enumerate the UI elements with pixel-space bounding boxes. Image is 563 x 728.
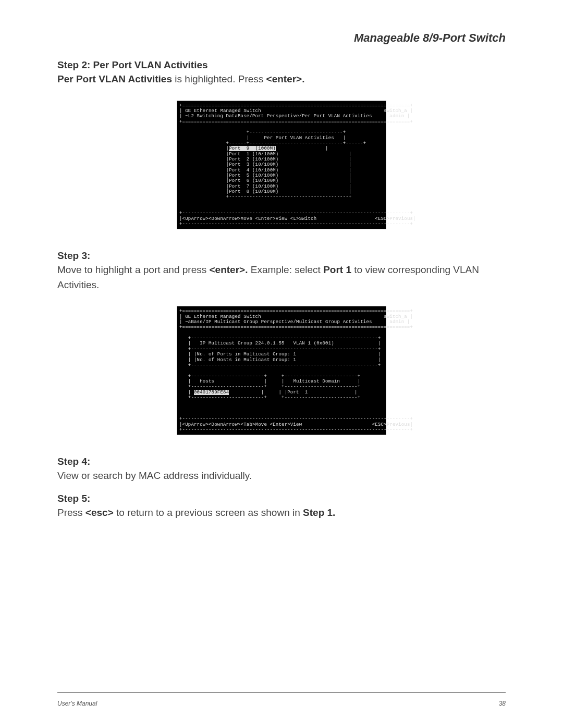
step5-t2: to return to a previous screen as shown … [114,507,303,518]
t2-cols-row-mid: | | |Port 1 | [229,390,357,395]
step3-t1: Move to highlight a port and press [57,264,210,275]
step3-heading: Step 3: [57,250,506,262]
t1-row: |Port 5 (10/100M) | [179,173,351,178]
t2-box: | |No. of Hosts in Multicast Group: 1 | [179,357,381,363]
t2-box: +---------------------------------------… [179,363,381,368]
t2-line: +=======================================… [179,309,413,314]
t1-row: |Port 4 (10/100M) | [179,168,351,173]
step2-body: Per Port VLAN Activities is highlighted.… [57,72,506,87]
t2-line: | ~aBase/IP Multicast Group Perspective/… [179,319,372,325]
t2-box: +---------------------------------------… [179,336,381,341]
t1-row: |Port 8 (10/100M) | [179,189,351,194]
terminal-1-content: +=======================================… [177,101,386,229]
t2-cols-row-inv: 00401789FE84 [194,390,229,395]
t2-line: | GE Ethernet Managed Switch [179,314,261,319]
t1-row-sel-inv: Port 9 (1000M) [229,146,276,151]
page-footer: User's Manual 38 [57,700,506,707]
step5-body: Press <esc> to return to a previous scre… [57,505,506,521]
t2-box: | |No. of Ports in Multicast Group: 1 | [179,352,381,357]
step2-bold: Per Port VLAN Activities [57,73,172,84]
t1-row: |Port 1 (10/100M) | [179,152,351,157]
t2-box: +---------------------------------------… [179,347,381,352]
terminal-2: +=======================================… [177,306,386,435]
t1-line: +=======================================… [179,103,413,108]
t1-line: | ~L2 Switching DataBase/Port Perspectiv… [179,114,372,119]
step4-heading: Step 4: [57,456,506,467]
t1-row-sel-end: | [276,146,328,151]
step2-heading: Step 2: Per Port VLAN Activities [57,59,506,71]
footer-left: User's Manual [57,700,97,707]
t2-line: +---------------------------------------… [179,416,413,422]
t1-box: +--------------------------------+ [179,130,346,135]
t2-line: +=======================================… [179,325,413,330]
terminal-1: +=======================================… [177,101,386,230]
t1-line: | GE Ethernet Managed Switch [179,108,261,114]
step3-port1: Port 1 [323,264,351,275]
page: Manageable 8/9-Port Switch Step 2: Per P… [0,0,563,728]
t1-row: |Port 2 (10/100M) | [179,157,351,162]
t2-line: switch_a | [384,314,413,319]
document-title: Manageable 8/9-Port Switch [57,31,506,45]
t1-row: |Port 3 (10/100M) | [179,162,351,167]
t1-row-sel: | [179,146,229,151]
t2-box: | IP Multicast Group 224.0.1.55 VLAN 1 (… [179,341,381,346]
t1-line: +=======================================… [179,119,413,125]
step2-text: is highlighted. Press [172,73,266,84]
t1-row: |Port 7 (10/100M) | [179,184,351,189]
t1-line: admin | [389,114,410,119]
step5-esc: <esc> [85,507,114,518]
step2-enter: <enter>. [266,73,305,84]
t2-line: |<UpArrow><DownArrow><Tab>Move <Enter>Vi… [179,422,302,427]
footer-page-number: 38 [499,700,506,707]
t1-row: |Port 6 (10/100M) | [179,178,351,183]
t2-cols: | Hosts | | Multicast Domain | [179,379,360,384]
step3-t2: Example: select [248,264,323,275]
footer-rule [57,692,506,693]
step3-body: Move to highlight a port and press <ente… [57,263,506,292]
step5-step1: Step 1. [303,507,335,518]
step5-t1: Press [57,507,85,518]
step3-enter: <enter>. [210,264,248,275]
step5-heading: Step 5: [57,493,506,504]
t2-line: +---------------------------------------… [179,427,413,433]
step4-body: View or search by MAC address individual… [57,468,506,484]
t1-box: | Per Port VLAN Activities | [179,135,346,141]
t1-box: +---------------------------------------… [179,194,351,200]
t1-line: <ESC>Previous| [375,216,415,221]
t2-cols: +-------------------------+ +-----------… [179,384,360,389]
t2-line: admin | [389,319,410,325]
t1-line: +---------------------------------------… [179,221,413,227]
t2-cols-row-pre: | [179,390,194,395]
t2-cols: +-------------------------+ +-----------… [179,374,360,379]
terminal-2-content: +=======================================… [177,306,386,435]
t1-line: switch_a | [384,108,413,114]
t2-line: <ESC>Previous| [372,422,413,427]
t1-box: +------+--------------------------------… [179,141,366,146]
t2-cols: +-------------------------+ +-----------… [179,395,360,400]
t1-line: +---------------------------------------… [179,211,413,216]
t1-line: |<UpArrow><DownArrow>Move <Enter>View <L… [179,216,316,221]
